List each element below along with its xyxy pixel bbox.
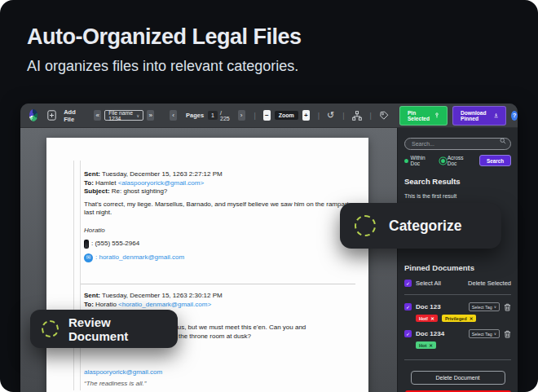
app-logo-icon bbox=[29, 109, 37, 121]
remove-tag-icon[interactable]: ✕ bbox=[470, 316, 474, 321]
phone-number: : (555) 555-2964 bbox=[91, 240, 139, 249]
hero-section: Auto-Organized Legal Files AI organizes … bbox=[27, 24, 302, 75]
email2-footer: alaspooryorick@gmail.com “The readiness … bbox=[84, 368, 355, 388]
email1-subject-line: Subject: Re: ghost sighting? bbox=[84, 187, 355, 196]
toolbar-separator: | bbox=[342, 112, 344, 120]
doc-tags-row: Hot!✕ Privileged✕ bbox=[404, 315, 511, 322]
search-icon[interactable] bbox=[500, 138, 506, 144]
next-file-button[interactable]: » bbox=[147, 110, 154, 121]
review-document-label: Review Document bbox=[68, 315, 166, 343]
document-viewer[interactable]: Sent: Tuesday, December 15, 1263 2:27:12… bbox=[20, 128, 397, 392]
select-tag-dropdown[interactable]: Select Tag∨ bbox=[469, 329, 500, 338]
select-tag-label: Select Tag bbox=[472, 305, 492, 310]
quote-line bbox=[80, 161, 81, 390]
file-name-value: File name 1234 bbox=[108, 110, 136, 121]
delete-document-button[interactable]: Delete Document bbox=[411, 371, 505, 385]
marketing-card: Auto-Organized Legal Files AI organizes … bbox=[0, 0, 538, 392]
to-label: To: bbox=[84, 179, 94, 187]
categorize-label: Categorize bbox=[389, 218, 461, 235]
app-body: Sent: Tuesday, December 15, 1263 2:27:12… bbox=[20, 128, 518, 392]
email2-to-line: To: Horatio <horatio_denmark@gmail.com> bbox=[84, 301, 355, 310]
doc-name: Doc 123 bbox=[416, 303, 441, 311]
total-pages-label: / 225 bbox=[220, 110, 230, 121]
select-tag-dropdown[interactable]: Select Tag∨ bbox=[469, 302, 500, 311]
to-name: Horatio bbox=[95, 301, 117, 308]
page-subtitle: AI organizes files into relevant categor… bbox=[27, 58, 302, 75]
delete-selected-button[interactable]: Delete Selected bbox=[468, 280, 511, 287]
radio-icon bbox=[404, 159, 408, 163]
to-email-link[interactable]: <horatio_denmark@gmail.com> bbox=[118, 301, 211, 308]
sidebar-divider bbox=[404, 359, 511, 360]
select-all-label: Select All bbox=[416, 280, 441, 287]
doc-checkbox[interactable]: ✓ bbox=[404, 330, 412, 337]
signature-email-link[interactable]: : horatio_denmark@gmail.com bbox=[95, 253, 184, 262]
across-doc-option[interactable]: Across Doc bbox=[441, 155, 472, 166]
zoom-in-button[interactable]: + bbox=[302, 110, 310, 121]
within-doc-option[interactable]: Within Doc bbox=[404, 155, 434, 166]
pin-selected-label: Pin Selected bbox=[408, 110, 431, 121]
sidebar-divider bbox=[404, 294, 511, 295]
select-all-checkbox[interactable]: ✓ bbox=[404, 280, 412, 287]
phone-icon bbox=[84, 240, 89, 249]
select-all-row: ✓ Select All Delete Selected bbox=[404, 280, 511, 287]
footer-email-link[interactable]: alaspooryorick@gmail.com bbox=[84, 368, 162, 376]
sidebar: Within Doc Across Doc Search Search Resu… bbox=[397, 128, 518, 392]
page-title: Auto-Organized Legal Files bbox=[27, 24, 302, 50]
current-page-input[interactable]: 1 bbox=[208, 111, 218, 120]
sent-label: Sent: bbox=[84, 292, 100, 299]
add-file-icon[interactable] bbox=[47, 110, 56, 121]
pin-icon bbox=[434, 112, 439, 119]
sitemap-icon[interactable] bbox=[352, 111, 362, 121]
search-button[interactable]: Search bbox=[479, 155, 511, 166]
download-pinned-button[interactable]: Download Pinned bbox=[452, 106, 506, 126]
previous-file-button[interactable]: « bbox=[94, 110, 101, 121]
download-icon bbox=[494, 112, 498, 119]
review-document-callout[interactable]: Review Document bbox=[30, 310, 178, 348]
tag-label: Hot bbox=[419, 343, 426, 348]
trash-icon[interactable] bbox=[504, 303, 511, 311]
subject-label: Subject: bbox=[84, 187, 110, 195]
doc-name: Doc 1234 bbox=[416, 330, 444, 337]
trash-icon[interactable] bbox=[504, 330, 511, 338]
chevron-down-icon: ∨ bbox=[136, 113, 139, 118]
categorize-callout[interactable]: Categorize bbox=[340, 203, 501, 249]
email1-body: That's correct, my liege. Marsellus, Bar… bbox=[84, 200, 355, 218]
search-result-item[interactable]: This is the first result bbox=[404, 193, 511, 199]
email-message-1: Sent: Tuesday, December 15, 1263 2:27:12… bbox=[84, 170, 355, 262]
tag-chip: Privileged✕ bbox=[442, 315, 476, 322]
sent-value: Tuesday, December 15, 1263 2:30:12 PM bbox=[102, 292, 223, 299]
pin-selected-button[interactable]: Pin Selected bbox=[399, 106, 448, 126]
tag-chip: Hot✕ bbox=[416, 341, 436, 349]
email1-signature: Horatio bbox=[84, 227, 355, 236]
email2-sent-line: Sent: Tuesday, December 15, 1263 2:30:12… bbox=[84, 292, 355, 301]
email1-sent-line: Sent: Tuesday, December 15, 1263 2:27:12… bbox=[84, 170, 355, 179]
to-email-link[interactable]: <alaspooryorick@gmail.com> bbox=[118, 179, 205, 187]
rotate-icon[interactable]: ↺ bbox=[327, 110, 334, 121]
zoom-out-button[interactable]: − bbox=[263, 110, 271, 121]
zoom-label: Zoom bbox=[275, 111, 298, 120]
remove-tag-icon[interactable]: ✕ bbox=[429, 343, 433, 348]
toolbar-separator: | bbox=[318, 112, 320, 120]
help-button[interactable]: ? bbox=[511, 111, 518, 121]
file-name-select[interactable]: File name 1234 ∨ bbox=[104, 110, 143, 121]
tag-chip: Hot!✕ bbox=[416, 315, 438, 322]
toolbar-separator: | bbox=[370, 112, 372, 120]
pinned-doc-row: ✓ Doc 1234 Select Tag∨ bbox=[404, 329, 511, 338]
chevron-down-icon: ∨ bbox=[494, 305, 496, 309]
doc-checkbox[interactable]: ✓ bbox=[404, 303, 412, 311]
document-page: Sent: Tuesday, December 15, 1263 2:27:12… bbox=[46, 138, 368, 392]
dashed-circle-icon bbox=[355, 215, 376, 236]
search-input[interactable] bbox=[404, 138, 511, 150]
remove-tag-icon[interactable]: ✕ bbox=[430, 316, 434, 321]
tag-icon[interactable] bbox=[379, 111, 389, 121]
select-tag-label: Select Tag bbox=[472, 332, 492, 337]
email1-to-line: To: Hamlet <alaspooryorick@gmail.com> bbox=[84, 179, 355, 188]
toolbar: Add File « File name 1234 ∨ » ‹ Pages 1 … bbox=[20, 104, 518, 128]
add-file-label[interactable]: Add File bbox=[64, 108, 80, 123]
footer-quote: “The readiness is all.” bbox=[84, 380, 355, 389]
within-doc-label: Within Doc bbox=[411, 155, 434, 166]
chevron-down-icon: ∨ bbox=[494, 332, 496, 336]
previous-page-button[interactable]: ‹ bbox=[170, 110, 177, 121]
next-page-button[interactable]: › bbox=[238, 110, 245, 121]
email-divider bbox=[81, 284, 355, 284]
